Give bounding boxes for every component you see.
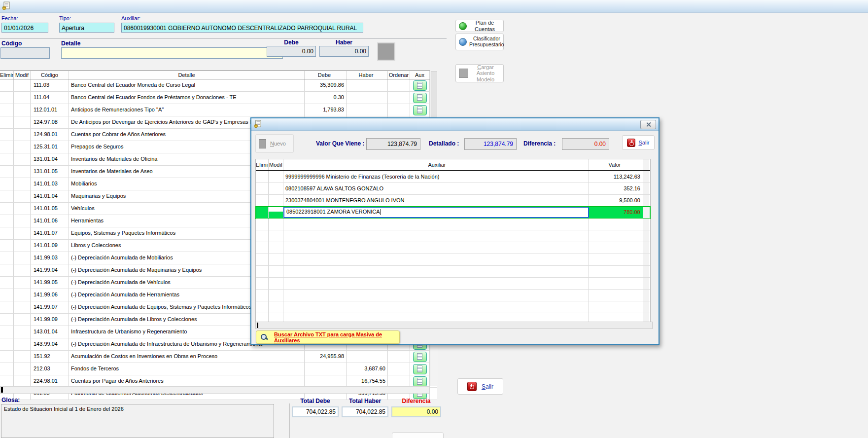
table-row[interactable]: 212.03Fondos de Terceros3,687.60 (0, 363, 437, 375)
cell-valor (589, 242, 643, 254)
cell-ordenar (388, 363, 410, 375)
cell-haber (347, 92, 388, 104)
cell-aux: 9999999999996 Ministerio de Finanzas (Te… (283, 171, 589, 182)
cell-detalle: Banco Central del Ecuador Moneda de Curs… (69, 79, 305, 91)
col-codigo: Código (31, 71, 69, 79)
nuevo-button[interactable]: Nuevo (255, 134, 294, 153)
cargar-asiento-modelo-button[interactable]: Cargar Asiento Modelo (455, 64, 504, 82)
cell-modif (14, 252, 31, 264)
codigo-input[interactable] (0, 47, 50, 59)
cell-detalle: Cuentas por Pagar de Años Anteriores (69, 375, 305, 387)
cell-modif (14, 314, 31, 326)
debe-label: Debe (267, 39, 316, 46)
cell-modif (269, 219, 283, 230)
total-debe-label: Total Debe (292, 398, 339, 404)
table-row[interactable]: 111.03Banco Central del Ecuador Moneda d… (0, 79, 437, 92)
buscar-archivo-txt-button[interactable]: Buscar Archivo TXT para carga Masiva de … (256, 330, 400, 344)
cell-elimin (256, 195, 269, 206)
plan-de-cuentas-button[interactable]: Plan de Cuentas (455, 20, 504, 32)
cell-elimin (0, 178, 14, 190)
cell-ordenar (388, 375, 410, 387)
buscar-archivo-txt-label: Buscar Archivo TXT para carga Masiva de … (274, 331, 395, 343)
detalle-label: Detalle (61, 40, 80, 47)
close-button[interactable] (640, 120, 656, 129)
haber-input[interactable]: 0.00 (319, 46, 369, 57)
aux-detail-button[interactable] (413, 376, 427, 387)
fecha-input[interactable]: 01/01/2026 (1, 23, 48, 33)
salir-button[interactable]: Salir (457, 378, 503, 395)
auxiliar-input[interactable]: 0860019930001 GOBIERNO AUTONOMO DESCENTR… (121, 23, 363, 33)
auxiliares-header-row: Elimin Modif Auxiliar Valor (256, 159, 650, 171)
cell-elimin (0, 104, 14, 116)
grid-horizontal-scrollbar[interactable] (0, 386, 430, 394)
cell-elimin (0, 363, 14, 375)
col-ordenar: Ordenar (388, 71, 410, 79)
cell-codigo: 141.01.06 (31, 215, 69, 227)
aux-detail-button[interactable] (413, 364, 427, 374)
text-caret (1, 387, 3, 393)
col-modif: Modif (269, 159, 283, 170)
clasificador-presupuestario-button[interactable]: Clasificador Presupuestario (455, 34, 504, 50)
cell-detalle: Fondos de Terceros (69, 363, 305, 375)
auxiliares-dialog: Nuevo Valor Que Viene : 123,874.79 Detal… (250, 117, 660, 345)
window-titlebar (0, 0, 868, 13)
auxiliar-row[interactable]: 9999999999996 Ministerio de Finanzas (Te… (256, 171, 650, 183)
table-row[interactable]: 111.04Banco Central del Ecuador Fondos d… (0, 92, 437, 104)
table-row[interactable]: 151.92Acumulación de Costos en Inversion… (0, 351, 437, 363)
power-icon (467, 382, 477, 391)
auxiliar-row[interactable]: 2300374804001 MONTENEGRO ANGULO IVON9,50… (256, 195, 650, 207)
cell-codigo: 151.92 (31, 351, 69, 363)
color-swatch-button[interactable] (377, 42, 395, 61)
cell-aux[interactable]: 0850223918001 ZAMORA VERONICA (283, 207, 589, 218)
cell-modif (269, 266, 283, 277)
gray-square-icon (459, 69, 468, 78)
cell-elimin (256, 183, 269, 194)
cell-scroll (643, 171, 649, 182)
table-row[interactable]: 112.01.01Anticipos de Remuneraciones Tip… (0, 104, 437, 116)
cell-codigo: 141.99.06 (31, 289, 69, 301)
cell-elimin (0, 240, 14, 252)
cell-ordenar (388, 92, 410, 104)
separator (0, 38, 447, 38)
col-debe: Debe (305, 71, 347, 79)
empty-row (256, 301, 650, 313)
aux-detail-button[interactable] (413, 105, 427, 115)
col-elimin: Elimin (0, 71, 14, 79)
aux-detail-button[interactable] (413, 352, 427, 362)
diferencia-value: 0.00 (391, 406, 441, 417)
dialog-horizontal-scrollbar[interactable] (255, 322, 653, 329)
cell-elimin (0, 116, 14, 128)
cell-aux (283, 230, 589, 242)
cell-aux (410, 363, 430, 375)
aux-detail-button[interactable] (413, 80, 427, 91)
cell-aux (410, 92, 430, 104)
salir-modal-button[interactable]: Salir (622, 135, 655, 150)
cell-valor (589, 290, 643, 301)
cell-codigo: 212.03 (31, 363, 69, 375)
cell-modif (269, 183, 283, 194)
col-haber: Haber (347, 71, 388, 79)
detalle-input[interactable] (61, 47, 283, 59)
panel-divider (289, 403, 290, 438)
cell-codigo: 141.01.04 (31, 190, 69, 202)
debe-input[interactable]: 0.00 (267, 46, 316, 57)
cell-modif (269, 278, 283, 289)
power-icon (627, 139, 635, 147)
salir-modal-label: Salir (638, 140, 649, 146)
cell-valor (589, 266, 643, 277)
tipo-label: Tipo: (59, 15, 71, 21)
close-icon (646, 122, 651, 127)
tipo-input[interactable]: Apertura (59, 23, 114, 33)
auxiliar-row[interactable]: 0850223918001 ZAMORA VERONICA780.00 (256, 207, 650, 219)
partial-button[interactable] (392, 432, 444, 438)
cell-codigo: 141.01.09 (31, 240, 69, 252)
cell-modif (14, 92, 31, 104)
cell-detalle: Banco Central del Ecuador Fondos de Prés… (69, 92, 305, 104)
cell-elimin (256, 219, 269, 230)
aux-detail-button[interactable] (413, 93, 427, 103)
auxiliar-row[interactable]: 0802108597 ALAVA SALTOS GONZALO352.16 (256, 183, 650, 195)
cell-modif (14, 141, 31, 153)
cell-elimin (0, 215, 14, 227)
cell-aux (410, 375, 430, 387)
glosa-textarea[interactable]: Estado de Situacion Inicial al 1 de Ener… (1, 404, 274, 438)
